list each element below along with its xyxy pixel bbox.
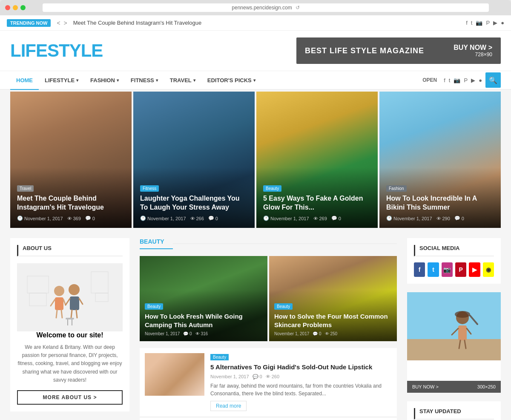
beauty-card-1[interactable]: Beauty How to Solve the Four Most Common… (269, 256, 397, 341)
card-meta-0: 🕐 November 1, 2017 👁 369 💬 0 (17, 216, 125, 221)
trending-next[interactable]: > (63, 20, 68, 26)
hero-card-3[interactable]: Fashion How To Look Incredible In A Biki… (379, 92, 501, 228)
list-article-title-0[interactable]: 5 Alternatives To Gigi Hadid's Sold-Out … (210, 363, 392, 371)
social-facebook-button[interactable]: f (414, 262, 425, 277)
hero-overlay-1: Fitness Laughter Yoga Challenges You To … (133, 167, 255, 228)
nav-pi-icon[interactable]: P (464, 77, 468, 83)
card-title-3: How To Look Incredible In A Bikini This … (386, 194, 494, 212)
beauty-card-title-0: How To Look Fresh While Going Camping Th… (145, 312, 262, 329)
list-article-0[interactable]: Beauty 5 Alternatives To Gigi Hadid's So… (140, 348, 397, 416)
card-meta-2: 🕐 November 1, 2017 👁 269 💬 0 (263, 216, 371, 221)
svg-line-10 (61, 310, 62, 318)
beauty-card-0[interactable]: Beauty How To Look Fresh While Going Cam… (140, 256, 267, 341)
more-about-button[interactable]: MORE ABOUT US > (17, 390, 123, 405)
card-meta-1: 🕐 November 1, 2017 👁 266 💬 0 (140, 216, 248, 221)
chevron-down-icon: ▾ (156, 78, 158, 83)
nav-sn-icon[interactable]: ● (479, 77, 482, 83)
browser-dots (5, 5, 26, 10)
list-article-views-0: 👁 260 (266, 374, 279, 380)
hero-card-1[interactable]: Fitness Laughter Yoga Challenges You To … (133, 92, 255, 228)
header-ad-buy[interactable]: BUY NOW > (454, 44, 492, 52)
trending-fb-icon[interactable]: f (466, 20, 468, 26)
minimize-dot[interactable] (13, 5, 18, 10)
logo-part2: STYLE (47, 40, 103, 60)
hero-card-0[interactable]: Travel Meet The Couple Behind Instagram'… (10, 92, 132, 228)
ad-illustration (407, 292, 501, 360)
nav-label-fitness: FITNESS (131, 77, 154, 83)
beauty-card-views-1: 👁 250 (325, 331, 337, 336)
card-views-0: 👁 369 (67, 216, 81, 221)
social-media-section: SOCIAL MEDIA f t 📷 P ▶ ◉ (407, 238, 501, 284)
svg-line-16 (76, 310, 77, 318)
nav-fb-icon[interactable]: f (444, 77, 445, 83)
logo[interactable]: LIFESTYLE (10, 42, 103, 60)
ad-size: 300×250 (477, 384, 496, 389)
nav-item-lifestyle[interactable]: LIFESTYLE ▾ (39, 71, 84, 90)
main-content: Travel Meet The Couple Behind Instagram'… (0, 90, 511, 420)
beauty-card-meta-1: November 1, 2017 💬 0 👁 250 (274, 331, 392, 336)
beauty-card-meta-0: November 1, 2017 💬 0 👁 316 (145, 331, 262, 336)
social-snapchat-button[interactable]: ◉ (483, 262, 494, 277)
nav-item-editors-picks[interactable]: EDITOR'S PICKS ▾ (201, 71, 261, 90)
trending-nav[interactable]: < > (56, 20, 68, 26)
card-comments-2: 💬 0 (331, 216, 341, 221)
trending-yt-icon[interactable]: ▶ (493, 20, 497, 26)
nav-item-fashion[interactable]: FASHION ▾ (84, 71, 125, 90)
hero-card-2[interactable]: Beauty 5 Easy Ways To Fake A Golden Glow… (256, 92, 378, 228)
trending-prev[interactable]: < (56, 20, 61, 26)
social-instagram-button[interactable]: 📷 (442, 262, 453, 277)
nav-label-editors-picks: EDITOR'S PICKS (207, 77, 252, 83)
stay-updated-title: STAY UPDATED (414, 408, 494, 420)
search-button[interactable]: 🔍 (485, 72, 501, 88)
about-image (17, 263, 123, 331)
beauty-card-views-0: 👁 316 (195, 331, 208, 336)
trending-pi-icon[interactable]: P (486, 20, 490, 26)
card-title-1: Laughter Yoga Challenges You To Laugh Yo… (140, 194, 248, 212)
url-bar[interactable]: pennews.pencidesign.com ↺ (43, 3, 489, 12)
ad-widget-bottom: BUY NOW > 300×250 (407, 381, 501, 393)
read-more-button-0[interactable]: Read more (210, 401, 247, 411)
maximize-dot[interactable] (20, 5, 26, 10)
social-pinterest-button[interactable]: P (455, 262, 466, 277)
beauty-card-category-1: Beauty (274, 303, 293, 310)
chevron-down-icon: ▾ (253, 78, 256, 83)
beauty-card-title-1: How to Solve the Four Most Common Skinca… (274, 312, 392, 329)
trending-sn-icon[interactable]: ● (501, 20, 504, 26)
header: LIFESTYLE BEST LIFE STYLE MAGAZINE BUY N… (0, 31, 511, 71)
nav-ig-icon[interactable]: 📷 (454, 77, 460, 83)
trending-text: Meet The Couple Behind Instagram's Hit T… (73, 20, 461, 26)
card-category-3: Fashion (386, 185, 407, 192)
card-views-1: 👁 266 (190, 216, 204, 221)
card-category-1: Fitness (140, 185, 159, 192)
beauty-card-comments-1: 💬 0 (313, 331, 321, 336)
nav-item-fitness[interactable]: FITNESS ▾ (125, 71, 164, 90)
ad-widget[interactable]: Best LifeStyle Magazine Wordpress Theme … (407, 292, 501, 393)
svg-rect-6 (55, 297, 63, 310)
list-article-badge-0: Beauty (210, 354, 229, 360)
trending-tw-icon[interactable]: t (471, 20, 473, 26)
card-comments-0: 💬 0 (85, 216, 95, 221)
card-date-3: 🕐 November 1, 2017 (386, 216, 432, 221)
social-youtube-button[interactable]: ▶ (469, 262, 480, 277)
trending-ig-icon[interactable]: 📷 (476, 20, 482, 26)
ad-buy-label[interactable]: BUY NOW > (412, 384, 439, 389)
card-views-3: 👁 290 (436, 216, 450, 221)
nav-tw-icon[interactable]: t (449, 77, 451, 83)
list-article-1[interactable]: Beauty 5 Expert Makeup Tips To Master Th… (140, 418, 397, 420)
nav-item-travel[interactable]: TRAVEL ▾ (164, 71, 201, 90)
ad-widget-text: Best LifeStyle Magazine Wordpress Theme (407, 360, 501, 381)
close-dot[interactable] (5, 5, 10, 10)
svg-point-5 (54, 286, 64, 296)
social-twitter-button[interactable]: t (428, 262, 439, 277)
header-ad-banner[interactable]: BEST LIFE STYLE MAGAZINE BUY NOW > 728×9… (296, 37, 501, 64)
beauty-section-header: BEAUTY (140, 238, 397, 249)
nav-label-travel: TRAVEL (170, 77, 192, 83)
nav-yt-icon[interactable]: ▶ (471, 77, 475, 83)
svg-rect-25 (407, 339, 501, 360)
hero-overlay-3: Fashion How To Look Incredible In A Biki… (379, 167, 501, 228)
card-meta-3: 🕐 November 1, 2017 👁 290 💬 0 (386, 216, 494, 221)
nav-item-home[interactable]: HOME (10, 71, 39, 90)
reload-icon[interactable]: ↺ (296, 5, 300, 11)
beauty-grid: Beauty How To Look Fresh While Going Cam… (140, 256, 397, 341)
about-title: ABOUT US (17, 245, 123, 256)
